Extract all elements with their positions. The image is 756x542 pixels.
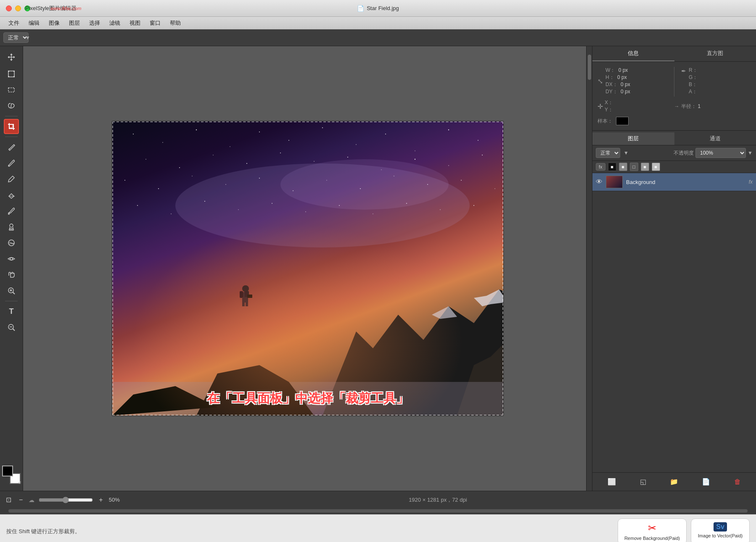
horizontal-scrollbar[interactable] — [0, 509, 756, 514]
title-bar: PixelStyle图片编辑器 www.iMac.com 📄 Star Fiel… — [0, 0, 756, 17]
menu-image[interactable]: 图像 — [45, 18, 64, 29]
layer-thumb-image — [606, 176, 622, 188]
r-label: R： — [689, 67, 698, 73]
info-tabs: 信息 直方图 — [592, 46, 756, 62]
tool-stamp[interactable] — [4, 219, 19, 234]
svg-rect-2 — [13, 71, 15, 72]
layer-style-gray1[interactable]: ■ — [619, 163, 627, 171]
xy-values: X： Y： — [605, 99, 613, 113]
svg-point-6 — [8, 166, 10, 167]
minimize-button[interactable] — [15, 5, 21, 11]
dy-row: DY： 0 px — [605, 88, 630, 95]
layer-style-light[interactable]: ■ — [652, 163, 660, 171]
layers-toolbar: 正常 ▼ 不透明度 100% ▼ — [592, 145, 756, 161]
tab-channels[interactable]: 通道 — [674, 132, 756, 145]
menu-layer[interactable]: 图层 — [65, 18, 84, 29]
y-row: Y： — [605, 106, 613, 113]
scissors-icon: ✂ — [648, 522, 656, 534]
tool-hand[interactable] — [4, 267, 19, 282]
svg-rect-5 — [8, 88, 14, 92]
sample-label: 样本： — [597, 118, 613, 125]
w-row: W： 0 px — [605, 67, 630, 74]
zoom-minus-button[interactable]: − — [17, 495, 24, 505]
new-layer-button[interactable]: 📄 — [698, 476, 714, 487]
canvas-image[interactable]: 在「工具面板」中选择「裁剪工具」 — [112, 121, 503, 416]
blend-mode-select[interactable]: 正常 — [3, 32, 29, 43]
tool-zoom2[interactable] — [4, 320, 19, 335]
tab-histogram[interactable]: 直方图 — [674, 46, 756, 61]
vscroll-thumb[interactable] — [588, 55, 591, 80]
info-panel-content: ⤡ W： 0 px H： 0 px DX： — [592, 62, 756, 131]
close-button[interactable] — [6, 5, 12, 11]
layer-thumbnail — [606, 176, 623, 188]
tool-pen[interactable] — [4, 139, 19, 155]
menu-filter[interactable]: 滤镜 — [105, 18, 124, 29]
dimension-icon: ⤡ — [597, 77, 603, 85]
eyedropper-icon: ✒ — [681, 68, 686, 74]
hscroll-track[interactable] — [8, 509, 748, 513]
add-mask-button[interactable]: ◱ — [637, 476, 650, 487]
tool-brush[interactable] — [4, 155, 19, 171]
svg-rect-75 — [112, 121, 503, 416]
xy-inner: ✛ X： Y： — [597, 99, 674, 113]
fit-to-window-button[interactable]: ⊡ — [4, 494, 13, 505]
caption-text: 在「工具面板」中选择「裁剪工具」 — [207, 390, 409, 407]
tool-healing[interactable] — [4, 235, 19, 250]
tool-pencil[interactable] — [4, 171, 19, 187]
tool-eraser[interactable] — [4, 187, 19, 203]
tool-select[interactable] — [4, 82, 19, 97]
caption-overlay: 在「工具面板」中选择「裁剪工具」 — [207, 390, 409, 407]
zoom-slider[interactable] — [39, 497, 93, 503]
menu-window[interactable]: 窗口 — [145, 18, 165, 29]
delete-layer-button[interactable]: 🗑 — [731, 476, 744, 487]
layer-style-outline[interactable]: □ — [630, 163, 638, 171]
dy-value: 0 px — [621, 89, 630, 95]
layer-item-background[interactable]: 👁 Background fx — [592, 173, 756, 191]
tool-move[interactable] — [4, 50, 19, 65]
image-to-vector-button[interactable]: Sv Image to Vector(Paid) — [691, 518, 750, 542]
new-layer-from-selection[interactable]: ⬜ — [604, 476, 619, 487]
tab-info[interactable]: 信息 — [592, 46, 674, 61]
menu-view[interactable]: 视图 — [125, 18, 145, 29]
tool-transform[interactable] — [4, 66, 19, 82]
zoom-plus-button[interactable]: + — [97, 495, 104, 505]
info-right: ✒ R： G： B： A： — [681, 67, 751, 97]
r-row: R： — [689, 67, 698, 74]
g-label: G： — [689, 74, 698, 80]
tool-text[interactable]: T — [4, 304, 19, 319]
fx-button[interactable]: fx — [596, 163, 605, 171]
w-value: 0 px — [619, 67, 628, 73]
remove-background-button[interactable]: ✂ Remove Background(Paid) — [618, 518, 687, 542]
layer-style-gray2[interactable]: ■ — [641, 163, 649, 171]
foreground-color[interactable] — [2, 466, 13, 476]
tool-eyedropper[interactable] — [4, 203, 19, 218]
b-row: B： — [689, 81, 698, 88]
document-title: 📄 Star Field.jpg — [357, 5, 399, 12]
svg-rect-3 — [8, 76, 9, 77]
vector-icon: Sv — [714, 522, 727, 531]
crosshair-icon: ✛ — [597, 103, 603, 111]
menu-edit[interactable]: 编辑 — [24, 18, 44, 29]
tool-crop[interactable] — [4, 119, 19, 134]
tool-eye[interactable] — [4, 251, 19, 266]
tool-zoom[interactable] — [4, 283, 19, 298]
b-label: B： — [689, 82, 697, 87]
layer-style-black[interactable]: ■ — [608, 163, 616, 171]
tab-layers[interactable]: 图层 — [592, 132, 674, 145]
options-toolbar: 正常 ▼ — [0, 29, 756, 46]
sample-color-box[interactable] — [616, 117, 629, 125]
menu-file[interactable]: 文件 — [4, 18, 24, 29]
color-picker[interactable]: ↺ — [2, 466, 21, 484]
dy-label: DY： — [605, 89, 618, 95]
x-row: X： — [605, 99, 613, 106]
a-label: A： — [689, 89, 697, 95]
menu-select[interactable]: 选择 — [85, 18, 104, 29]
vertical-scrollbar[interactable] — [586, 46, 592, 491]
opacity-select[interactable]: 100% — [695, 148, 746, 158]
layer-visibility-icon[interactable]: 👁 — [596, 178, 603, 186]
menu-help[interactable]: 帮助 — [166, 18, 185, 29]
new-group-button[interactable]: 📁 — [666, 476, 682, 487]
layer-blend-select[interactable]: 正常 — [596, 148, 620, 158]
tool-lasso[interactable] — [4, 98, 19, 113]
layers-tabs: 图层 通道 — [592, 131, 756, 145]
